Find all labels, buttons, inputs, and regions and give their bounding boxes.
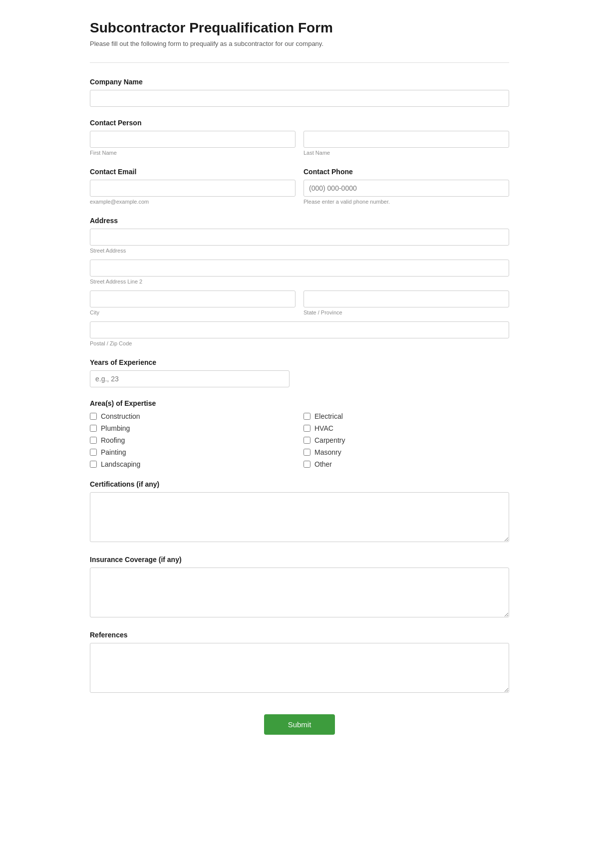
last-name-input[interactable]	[303, 131, 509, 148]
phone-hint: Please enter a valid phone number.	[303, 199, 509, 205]
state-hint: State / Province	[303, 309, 509, 315]
email-input[interactable]	[90, 180, 296, 197]
checkbox-roofing-label: Roofing	[101, 436, 125, 444]
checkbox-landscaping-label: Landscaping	[101, 460, 140, 468]
insurance-section: Insurance Coverage (if any)	[90, 556, 509, 619]
checkbox-landscaping-input[interactable]	[90, 461, 97, 468]
checkbox-construction-input[interactable]	[90, 413, 97, 420]
certifications-label: Certifications (if any)	[90, 480, 509, 488]
street1-group: Street Address	[90, 229, 509, 254]
address-section: Address Street Address Street Address Li…	[90, 217, 509, 346]
expertise-section: Area(s) of Expertise Construction Electr…	[90, 399, 509, 468]
city-state-row: City State / Province	[90, 290, 509, 315]
certifications-textarea[interactable]	[90, 492, 509, 542]
first-name-group: First Name	[90, 131, 296, 156]
postal-group: Postal / Zip Code	[90, 321, 509, 346]
years-experience-label: Years of Experience	[90, 358, 509, 366]
checkbox-masonry-input[interactable]	[303, 449, 310, 456]
contact-person-label: Contact Person	[90, 119, 509, 127]
street2-hint: Street Address Line 2	[90, 279, 509, 285]
email-hint: example@example.com	[90, 199, 296, 205]
email-label: Contact Email	[90, 168, 296, 176]
state-group: State / Province	[303, 290, 509, 315]
checkbox-hvac[interactable]: HVAC	[303, 424, 509, 432]
insurance-textarea[interactable]	[90, 568, 509, 617]
checkbox-roofing[interactable]: Roofing	[90, 436, 296, 444]
divider	[90, 62, 509, 63]
checkbox-other-label: Other	[314, 460, 332, 468]
references-label: References	[90, 631, 509, 639]
checkbox-masonry[interactable]: Masonry	[303, 448, 509, 456]
prequalification-form: Company Name Contact Person First Name L…	[90, 78, 509, 735]
contact-person-section: Contact Person First Name Last Name	[90, 119, 509, 156]
checkbox-electrical-input[interactable]	[303, 413, 310, 420]
checkbox-other-input[interactable]	[303, 461, 310, 468]
address-label: Address	[90, 217, 509, 225]
state-input[interactable]	[303, 290, 509, 307]
phone-input[interactable]	[303, 180, 509, 197]
expertise-checkbox-grid: Construction Electrical Plumbing HVAC Ro…	[90, 412, 509, 468]
checkbox-carpentry-input[interactable]	[303, 437, 310, 444]
references-textarea[interactable]	[90, 643, 509, 693]
certifications-section: Certifications (if any)	[90, 480, 509, 544]
checkbox-painting-input[interactable]	[90, 449, 97, 456]
checkbox-painting[interactable]: Painting	[90, 448, 296, 456]
contact-person-row: First Name Last Name	[90, 131, 509, 156]
insurance-label: Insurance Coverage (if any)	[90, 556, 509, 564]
checkbox-hvac-input[interactable]	[303, 425, 310, 432]
checkbox-carpentry[interactable]: Carpentry	[303, 436, 509, 444]
street2-input[interactable]	[90, 260, 509, 277]
years-experience-section: Years of Experience	[90, 358, 509, 387]
checkbox-plumbing-input[interactable]	[90, 425, 97, 432]
company-name-section: Company Name	[90, 78, 509, 107]
checkbox-construction[interactable]: Construction	[90, 412, 296, 420]
email-group: Contact Email example@example.com	[90, 168, 296, 205]
postal-hint: Postal / Zip Code	[90, 340, 509, 346]
checkbox-plumbing[interactable]: Plumbing	[90, 424, 296, 432]
years-experience-input[interactable]	[90, 370, 290, 387]
checkbox-electrical[interactable]: Electrical	[303, 412, 509, 420]
street1-input[interactable]	[90, 229, 509, 246]
page-wrapper: Subcontractor Prequalification Form Plea…	[75, 0, 524, 765]
checkbox-hvac-label: HVAC	[314, 424, 333, 432]
references-section: References	[90, 631, 509, 694]
street1-hint: Street Address	[90, 248, 509, 254]
company-name-label: Company Name	[90, 78, 509, 86]
checkbox-construction-label: Construction	[101, 412, 140, 420]
checkbox-landscaping[interactable]: Landscaping	[90, 460, 296, 468]
checkbox-roofing-input[interactable]	[90, 437, 97, 444]
checkbox-electrical-label: Electrical	[314, 412, 343, 420]
contact-email-phone-section: Contact Email example@example.com Contac…	[90, 168, 509, 205]
checkbox-masonry-label: Masonry	[314, 448, 341, 456]
city-group: City	[90, 290, 296, 315]
checkbox-other[interactable]: Other	[303, 460, 509, 468]
first-name-hint: First Name	[90, 150, 296, 156]
email-phone-row: Contact Email example@example.com Contac…	[90, 168, 509, 205]
street2-group: Street Address Line 2	[90, 260, 509, 285]
expertise-label: Area(s) of Expertise	[90, 399, 509, 407]
checkbox-plumbing-label: Plumbing	[101, 424, 130, 432]
city-input[interactable]	[90, 290, 296, 307]
city-hint: City	[90, 309, 296, 315]
postal-input[interactable]	[90, 321, 509, 338]
phone-group: Contact Phone Please enter a valid phone…	[303, 168, 509, 205]
last-name-group: Last Name	[303, 131, 509, 156]
form-subtitle: Please fill out the following form to pr…	[90, 40, 509, 47]
first-name-input[interactable]	[90, 131, 296, 148]
checkbox-carpentry-label: Carpentry	[314, 436, 345, 444]
phone-label: Contact Phone	[303, 168, 509, 176]
checkbox-painting-label: Painting	[101, 448, 126, 456]
last-name-hint: Last Name	[303, 150, 509, 156]
submit-button[interactable]: Submit	[264, 714, 335, 735]
form-title: Subcontractor Prequalification Form	[90, 20, 509, 36]
company-name-input[interactable]	[90, 90, 509, 107]
